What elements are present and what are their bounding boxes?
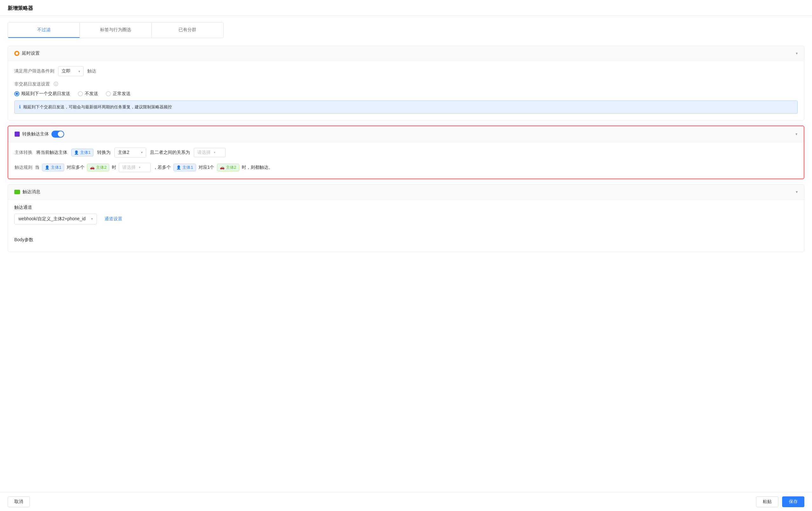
channel-select-value: webhook/自定义_主体2+phone_id [19, 216, 85, 222]
save-button[interactable]: 保存 [782, 496, 804, 507]
channel-label: 触达通道 [14, 205, 798, 210]
convert-section-header[interactable]: 转换触达主体 ▾ [8, 126, 804, 142]
main-content: 不过滤 标签与行为圈选 已有分群 延时设置 ▾ 满足用户筛选条件则 [0, 16, 812, 511]
convert-icon [14, 132, 20, 137]
reach-entity2-1-label: 主体2 [96, 165, 107, 170]
entity2-select-value: 主体2 [118, 150, 129, 155]
radio-normal-send-circle [106, 91, 111, 96]
relation-select-chevron: ▾ [214, 151, 215, 154]
condition-row: 满足用户筛选条件则 立即 ▾ 触达 [14, 66, 798, 76]
reach-entity1-icon: 👤 [45, 165, 50, 170]
channel-settings-link[interactable]: 通道设置 [105, 216, 122, 222]
transfer-label: 主体转换 [14, 150, 32, 155]
bottom-spacer [8, 257, 804, 276]
reach-end-text: 时，则都触达。 [242, 165, 273, 170]
entity1-tag: 👤 主体1 [71, 149, 93, 157]
reach-entity1-tag: 👤 主体1 [42, 164, 64, 171]
delay-section-body: 满足用户筛选条件则 立即 ▾ 触达 非交易日发送设置 ⓘ 顺延到 [8, 61, 804, 120]
channel-row: webhook/自定义_主体2+phone_id ▾ 通道设置 [14, 214, 798, 224]
reach-entity2-2-icon: 🚗 [220, 165, 225, 170]
delay-icon [14, 51, 19, 56]
message-section-title: 触达消息 [23, 189, 40, 195]
reach-select[interactable]: 请选择 ▾ [119, 163, 151, 172]
reach-select-chevron: ▾ [139, 166, 140, 169]
message-icon [14, 190, 20, 194]
convert-section-body: 主体转换 将当前触达主体 👤 主体1 转换为 主体2 ▾ 且二者之间的关系为 请… [8, 142, 804, 178]
delay-section-header[interactable]: 延时设置 ▾ [8, 46, 804, 61]
reach-entity2-2-tag: 🚗 主体2 [217, 164, 239, 171]
reach-desc2-text: 对应1个 [199, 165, 214, 170]
paste-button[interactable]: 粘贴 [756, 496, 778, 507]
non-trading-info-icon: ⓘ [54, 81, 58, 87]
reach-entity2-1-icon: 🚗 [90, 165, 95, 170]
body-params-title: Body参数 [14, 232, 798, 245]
convert-toggle-track [52, 131, 64, 138]
convert-section: 转换触达主体 ▾ 主体转换 将当前触达主体 👤 主体1 [8, 125, 804, 179]
reach-comma-text: ，若多个 [153, 165, 171, 170]
tab-existing-group[interactable]: 已有分群 [152, 23, 223, 38]
reach-desc1-text: 对应多个 [67, 165, 85, 170]
reach-entity2-2-label: 主体2 [226, 165, 236, 170]
transfer-row: 主体转换 将当前触达主体 👤 主体1 转换为 主体2 ▾ 且二者之间的关系为 请… [14, 147, 798, 158]
tab-no-filter[interactable]: 不过滤 [8, 23, 80, 38]
reach-entity1-2-icon: 👤 [176, 165, 181, 170]
relation-label: 且二者之间的关系为 [150, 150, 190, 155]
btn-group: 粘贴 保存 [756, 496, 804, 507]
relation-placeholder: 请选择 [197, 150, 211, 155]
transfer-desc: 将当前触达主体 [36, 150, 67, 155]
channel-select[interactable]: webhook/自定义_主体2+phone_id ▾ [14, 214, 97, 224]
delay-icon-inner [16, 52, 18, 55]
delay-section-header-left: 延时设置 [14, 51, 40, 56]
entity1-icon: 👤 [74, 150, 79, 155]
reach-rule-row: 触达规则 当 👤 主体1 对应多个 🚗 主体2 时 请选择 ▾ [14, 163, 798, 172]
page-container: 新增策略器 不过滤 标签与行为圈选 已有分群 延时设置 ▾ [0, 0, 812, 511]
page-title: 新增策略器 [8, 5, 33, 11]
entity1-label: 主体1 [80, 150, 90, 155]
convert-chevron-icon: ▾ [795, 132, 798, 136]
message-section: 触达消息 ▾ 触达通道 webhook/自定义_主体2+phone_id ▾ 通… [8, 184, 804, 252]
radio-no-send-circle [78, 91, 83, 96]
reach-entity2-1-tag: 🚗 主体2 [87, 164, 109, 171]
radio-delay-label: 顺延到下一个交易日发送 [21, 91, 70, 96]
bottom-bar: 取消 粘贴 保存 [0, 492, 812, 511]
radio-delay[interactable]: 顺延到下一个交易日发送 [14, 91, 70, 96]
message-section-body: 触达通道 webhook/自定义_主体2+phone_id ▾ 通道设置 Bod… [8, 199, 804, 252]
reach-entity1-label: 主体1 [51, 165, 61, 170]
condition-select-value: 立即 [62, 68, 70, 74]
entity2-select-chevron: ▾ [141, 151, 143, 154]
info-box: ℹ 顺延到下个交易日发送，可能会与最新循环周期的任务重复，建议限制策略器频控 [14, 101, 798, 114]
condition-select-chevron: ▾ [79, 69, 80, 73]
condition-label: 满足用户筛选条件则 [14, 68, 54, 74]
delay-section-title: 延时设置 [22, 51, 40, 56]
page-header: 新增策略器 [0, 0, 812, 16]
reach-label: 触达 [87, 68, 96, 74]
reach-entity1-2-tag: 👤 主体1 [173, 164, 196, 171]
non-trading-label: 非交易日发送设置 [14, 81, 50, 87]
delay-chevron-icon: ▾ [796, 51, 798, 56]
reach-when-text: 当 [35, 165, 39, 170]
radio-group: 顺延到下一个交易日发送 不发送 正常发送 [14, 91, 798, 96]
entity2-select[interactable]: 主体2 ▾ [114, 147, 146, 158]
convert-toggle-thumb [58, 131, 63, 137]
condition-select[interactable]: 立即 ▾ [58, 66, 84, 76]
convert-section-title: 转换触达主体 [22, 131, 49, 137]
reach-rule-label: 触达规则 [14, 165, 32, 170]
tab-tag-behavior[interactable]: 标签与行为圈选 [80, 23, 151, 38]
convert-section-header-left: 转换触达主体 [14, 131, 64, 138]
reach-select-placeholder: 请选择 [122, 165, 136, 170]
convert-toggle[interactable] [52, 131, 64, 138]
radio-normal-send[interactable]: 正常发送 [106, 91, 130, 96]
message-chevron-icon: ▾ [796, 190, 798, 194]
non-trading-row: 非交易日发送设置 ⓘ [14, 81, 798, 87]
message-section-header-left: 触达消息 [14, 189, 40, 195]
cancel-button[interactable]: 取消 [8, 496, 30, 507]
relation-select[interactable]: 请选择 ▾ [194, 148, 226, 157]
message-section-header[interactable]: 触达消息 ▾ [8, 184, 804, 199]
delay-section: 延时设置 ▾ 满足用户筛选条件则 立即 ▾ 触达 非交易日发送设置 ⓘ [8, 46, 804, 120]
reach-entity1-2-label: 主体1 [182, 165, 193, 170]
info-box-icon: ℹ [19, 104, 21, 109]
radio-delay-circle [14, 91, 19, 96]
radio-normal-send-label: 正常发送 [113, 91, 130, 96]
tab-section: 不过滤 标签与行为圈选 已有分群 [8, 22, 224, 38]
radio-no-send[interactable]: 不发送 [78, 91, 98, 96]
